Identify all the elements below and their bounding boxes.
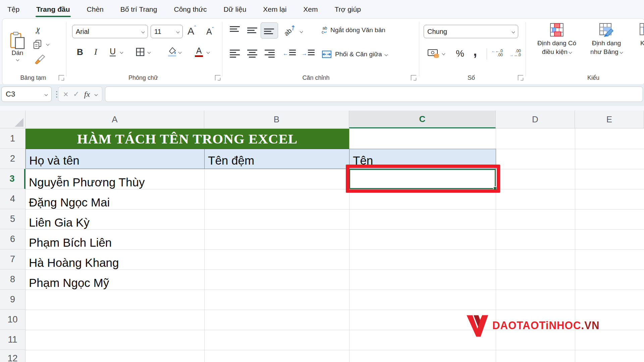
- orientation-chevron-icon[interactable]: [300, 30, 303, 33]
- increase-indent-button[interactable]: →: [302, 50, 315, 58]
- percent-style-button[interactable]: %: [456, 48, 464, 59]
- tab-page-layout[interactable]: Bố trí Trang: [120, 0, 158, 18]
- row-header-9[interactable]: 9: [0, 290, 25, 310]
- merge-center-button[interactable]: Phối & Căn giữa: [322, 50, 387, 58]
- row-header-5[interactable]: 5: [0, 209, 25, 229]
- tab-file[interactable]: Tệp: [7, 0, 20, 18]
- row-header-10[interactable]: 10: [0, 310, 25, 330]
- row-header-7[interactable]: 7: [0, 249, 25, 269]
- number-dialog-launcher[interactable]: [518, 75, 523, 80]
- cell-A4[interactable]: Đặng Ngọc Mai: [29, 189, 203, 211]
- select-all-corner[interactable]: [0, 111, 25, 128]
- cell-styles-button[interactable]: Kiểu Ô: [632, 23, 644, 56]
- font-color-button[interactable]: A: [195, 46, 203, 57]
- bold-glyph: B: [77, 47, 83, 57]
- cut-button[interactable]: ✂: [33, 26, 44, 35]
- column-header-B[interactable]: B: [204, 111, 349, 128]
- row-header-3[interactable]: 3: [0, 169, 25, 189]
- grow-font-button[interactable]: Aˆ: [187, 25, 196, 37]
- copy-icon: [33, 40, 42, 50]
- number-format-combo[interactable]: Chung: [424, 25, 518, 38]
- decrease-decimal-button[interactable]: .00→→.0: [509, 49, 521, 57]
- cell-A2[interactable]: Họ và tên: [25, 149, 205, 169]
- bold-button[interactable]: B: [77, 47, 83, 57]
- column-header-A[interactable]: A: [25, 111, 204, 128]
- cell-A7[interactable]: Hà Hoàng Khang: [29, 249, 203, 272]
- cell-A5[interactable]: Liên Gia Kỳ: [29, 209, 203, 231]
- row-header-12[interactable]: 12: [0, 350, 25, 362]
- format-as-table-button[interactable]: Định dạng như Bảng: [585, 23, 628, 56]
- tab-view[interactable]: Xem: [303, 0, 318, 18]
- align-center-button[interactable]: [247, 50, 257, 58]
- font-family-combo[interactable]: Arial: [72, 25, 148, 38]
- clipboard-dialog-launcher[interactable]: [59, 75, 64, 80]
- conditional-formatting-label-1: Định dạng Có: [537, 39, 576, 48]
- row-header-11[interactable]: 11: [0, 330, 25, 350]
- group-separator: [222, 22, 222, 76]
- cell-B2[interactable]: Tên đệm: [204, 149, 350, 169]
- copy-button[interactable]: [33, 40, 42, 51]
- underline-button[interactable]: U: [110, 47, 116, 56]
- alignment-dialog-launcher[interactable]: [411, 75, 416, 80]
- format-painter-button[interactable]: [34, 54, 45, 66]
- number-format-value: Chung: [427, 28, 447, 36]
- accounting-format-button[interactable]: [428, 49, 440, 60]
- paste-button[interactable]: Dán: [7, 23, 28, 70]
- align-middle-button[interactable]: [247, 26, 257, 34]
- tab-review[interactable]: Xem lại: [262, 0, 287, 18]
- cell-A8[interactable]: Phạm Ngọc Mỹ: [29, 269, 203, 292]
- enter-button[interactable]: ✓: [73, 90, 79, 99]
- underline-glyph: U: [110, 47, 116, 56]
- formula-input[interactable]: [105, 86, 643, 102]
- increase-decimal-button[interactable]: ←←.0.00: [491, 49, 503, 57]
- cell-A6[interactable]: Phạm Bích Liên: [29, 229, 203, 251]
- tab-insert[interactable]: Chèn: [86, 0, 104, 18]
- row-number: 1: [10, 133, 15, 144]
- row-header-8[interactable]: 8: [0, 269, 25, 290]
- row-header-1[interactable]: 1: [0, 129, 25, 149]
- font-size-combo[interactable]: 11: [151, 25, 183, 38]
- fill-color-chevron-icon[interactable]: [178, 51, 182, 54]
- underline-chevron-icon[interactable]: [120, 51, 123, 54]
- name-box[interactable]: C3: [1, 86, 52, 102]
- decrease-indent-button[interactable]: ←: [283, 50, 296, 58]
- tab-help[interactable]: Trợ giúp: [334, 0, 362, 18]
- italic-button[interactable]: I: [94, 47, 97, 57]
- column-header-E[interactable]: E: [575, 111, 644, 128]
- column-header-C[interactable]: C: [349, 111, 496, 128]
- styles-group-label: Kiểu: [587, 74, 599, 81]
- font-dialog-launcher[interactable]: [215, 75, 220, 80]
- column-header-D[interactable]: D: [496, 111, 575, 128]
- align-left-button[interactable]: [230, 50, 240, 58]
- row-header-6[interactable]: 6: [0, 229, 25, 249]
- row-number: 3: [9, 174, 14, 184]
- insert-function-button[interactable]: fx: [84, 90, 90, 99]
- comma-style-button[interactable]: ,: [473, 44, 477, 59]
- wrap-text-button[interactable]: abc↵ Ngắt dòng Văn bản: [322, 26, 385, 34]
- cell-A3[interactable]: Nguyễn Phương Thùy: [29, 169, 203, 191]
- orientation-button[interactable]: ab↗: [283, 26, 297, 34]
- align-top-button[interactable]: [230, 26, 240, 34]
- excel-window: { "menu": { "tabs": [ {"label": "Tệp"}, …: [0, 0, 644, 362]
- row-header-2[interactable]: 2: [0, 149, 25, 169]
- font-family-value: Arial: [76, 28, 89, 36]
- cancel-button[interactable]: ×: [63, 89, 68, 100]
- align-bottom-button[interactable]: [264, 26, 274, 34]
- align-right-button[interactable]: [265, 50, 275, 58]
- accounting-chevron-icon[interactable]: [442, 52, 445, 55]
- insert-function-chevron-icon[interactable]: [94, 93, 98, 96]
- row-header-4[interactable]: 4: [0, 189, 25, 209]
- borders-chevron-icon[interactable]: [148, 51, 151, 54]
- font-color-chevron-icon[interactable]: [207, 51, 210, 54]
- conditional-formatting-button[interactable]: Định dạng Có điều kiện: [532, 23, 582, 56]
- tab-home[interactable]: Trang đầu: [36, 0, 70, 18]
- tab-data-label: Dữ liệu: [224, 5, 247, 13]
- shrink-font-button[interactable]: Aˇ: [206, 26, 214, 37]
- cell-A1-title-banner[interactable]: HÀM TÁCH TÊN TRONG EXCEL: [25, 129, 349, 149]
- tab-formulas[interactable]: Công thức: [173, 0, 207, 18]
- tab-data[interactable]: Dữ liệu: [223, 0, 247, 18]
- borders-button[interactable]: [136, 48, 145, 58]
- copy-chevron-icon[interactable]: [46, 43, 50, 46]
- row-number: 4: [10, 194, 15, 204]
- fill-color-button[interactable]: [167, 46, 177, 58]
